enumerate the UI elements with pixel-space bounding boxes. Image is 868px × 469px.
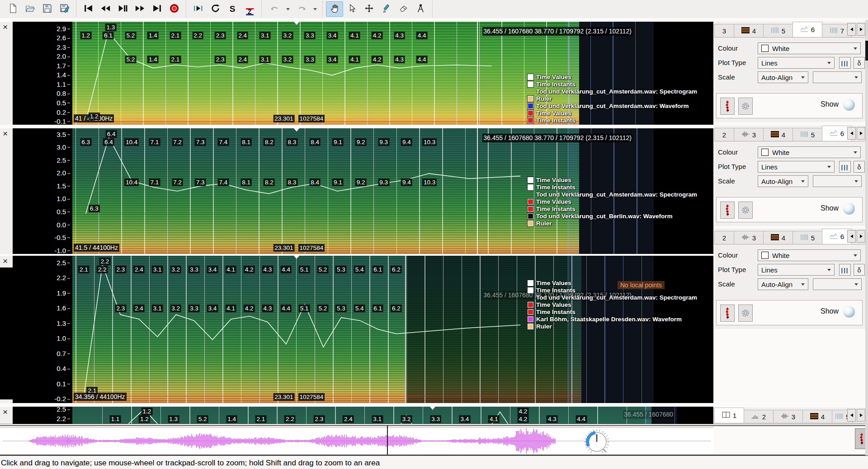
skip-end-button[interactable] xyxy=(148,1,165,17)
time-value-label: 5.2 xyxy=(317,266,328,273)
tab-scroll-right-button[interactable] xyxy=(857,127,865,140)
tab-scroll-right-button[interactable] xyxy=(857,409,865,422)
tab-label: 3 xyxy=(792,413,795,421)
tab-layer-4[interactable]: 4 xyxy=(763,231,793,244)
fast-forward-button[interactable] xyxy=(131,1,148,17)
legend-label: Time Instants xyxy=(536,81,576,88)
tab-layer-5[interactable]: 5 xyxy=(793,128,822,141)
loop-button[interactable] xyxy=(207,1,224,17)
undo-button-dropdown[interactable] xyxy=(283,1,291,17)
erase-tool-button[interactable] xyxy=(395,1,412,17)
playback-settings-button[interactable] xyxy=(738,202,753,219)
plot-type-select[interactable]: Lines xyxy=(758,161,835,173)
playback-settings-button[interactable] xyxy=(738,98,753,115)
colour-select[interactable]: White xyxy=(758,42,861,54)
playback-speed-knob[interactable] xyxy=(582,427,611,455)
show-toggle-led[interactable] xyxy=(843,306,855,318)
open-button[interactable] xyxy=(21,1,38,17)
tab-scroll-left-button[interactable] xyxy=(847,23,856,36)
tab-layer-4[interactable]: 4 xyxy=(734,24,764,37)
vertical-scrollbar[interactable] xyxy=(865,20,868,455)
tab-layer-2[interactable]: 2 xyxy=(714,128,734,141)
plot-type-select[interactable]: Lines xyxy=(758,57,835,69)
tab-layer-3[interactable]: 3 xyxy=(714,24,734,37)
pane-2[interactable]: ×3.53.02.52.01.51.00.50.0-0.5-1.06.36.41… xyxy=(0,127,713,254)
close-pane-button[interactable]: × xyxy=(3,408,8,417)
tab-scroll-left-button[interactable] xyxy=(847,409,856,422)
redo-button[interactable] xyxy=(293,1,310,17)
playback-dial-button[interactable] xyxy=(720,202,735,219)
playback-settings-button[interactable] xyxy=(738,305,753,322)
redo-button-dropdown[interactable] xyxy=(310,1,318,17)
peak-time-label: 2.2 xyxy=(99,258,110,265)
scale-units-select[interactable] xyxy=(813,175,862,187)
align-button[interactable]: Z xyxy=(241,1,258,17)
legend-label: Ruler xyxy=(536,95,552,102)
tab-layer-4[interactable]: 4 xyxy=(763,128,793,141)
tab-layer-6[interactable]: 6 xyxy=(793,22,822,37)
overview-playhead[interactable] xyxy=(387,425,388,456)
scale-select[interactable]: Auto-Align xyxy=(758,71,808,83)
tab-layer-2[interactable]: 2 xyxy=(714,231,734,244)
tab-layer-3[interactable]: 3 xyxy=(773,410,803,423)
segmentation-button[interactable]: ||| xyxy=(839,57,851,69)
scale-units-select[interactable] xyxy=(813,278,862,290)
close-pane-button[interactable]: × xyxy=(3,129,8,138)
scale-select[interactable]: Auto-Align xyxy=(758,278,808,290)
scrollbar-thumb[interactable] xyxy=(865,41,868,61)
show-toggle-led[interactable] xyxy=(843,99,855,111)
tab-scroll-right-button[interactable] xyxy=(857,23,865,36)
close-pane-button[interactable]: × xyxy=(3,257,8,266)
edit-tool-button[interactable] xyxy=(360,1,377,17)
pane-3[interactable]: ×2.52.21.91.61.31.00.70.40.1-0.22.12.22.… xyxy=(0,255,713,403)
draw-tool-button[interactable] xyxy=(377,1,395,17)
pane-4[interactable]: ×2.52.21.11.21.35.21.42.12.22.32.43.13.2… xyxy=(0,406,713,424)
pane-data-area[interactable]: 1.11.21.35.21.42.12.22.32.43.13.23.33.44… xyxy=(72,407,712,424)
delta-button[interactable]: δ xyxy=(854,161,865,173)
new-session-button[interactable] xyxy=(4,1,21,17)
navigate-tool-button[interactable] xyxy=(326,1,343,17)
undo-button[interactable] xyxy=(266,1,283,17)
splitter-line[interactable] xyxy=(0,425,868,426)
close-pane-button[interactable]: × xyxy=(3,23,8,32)
save-button[interactable] xyxy=(38,1,56,17)
delta-button[interactable]: δ xyxy=(854,264,865,276)
record-button[interactable] xyxy=(165,1,183,17)
tab-scroll-left-button[interactable] xyxy=(847,127,856,140)
colour-select[interactable]: White xyxy=(758,146,861,158)
tab-layer-3[interactable]: 3 xyxy=(734,128,764,141)
select-tool-button[interactable] xyxy=(343,1,360,17)
playback-dial-button[interactable] xyxy=(720,305,735,322)
pane-data-area[interactable]: 6.36.410.47.17.27.37.48.18.28.38.49.19.2… xyxy=(72,128,712,254)
plot-type-select[interactable]: Lines xyxy=(758,264,835,276)
scale-units-select[interactable] xyxy=(813,71,862,83)
tab-layer-5[interactable]: 5 xyxy=(763,24,793,37)
measure-tool-button[interactable] xyxy=(412,1,429,17)
tab-layer-5[interactable]: 5 xyxy=(793,231,822,244)
rewind-start-button[interactable] xyxy=(80,1,97,17)
colour-select[interactable]: White xyxy=(758,249,861,261)
pane-data-area[interactable]: 1.26.15.21.42.12.22.32.43.13.23.33.44.14… xyxy=(72,22,712,125)
pane-1[interactable]: ×2.92.62.32.01.71.41.10.80.50.2-0.11.26.… xyxy=(0,21,713,125)
splitter-line[interactable] xyxy=(0,424,868,424)
save-as-button[interactable] xyxy=(56,1,73,17)
scale-select[interactable]: Auto-Align xyxy=(758,175,808,187)
segmentation-button[interactable]: ||| xyxy=(839,264,851,276)
tab-layer-2[interactable]: 2 xyxy=(744,410,774,423)
tab-layer-1[interactable]: 1 xyxy=(714,408,744,423)
solo-button[interactable]: S xyxy=(224,1,241,17)
tab-scroll-right-button[interactable] xyxy=(857,230,865,243)
rewind-button[interactable] xyxy=(97,1,114,17)
pane-data-area[interactable]: 2.12.22.32.43.13.23.33.44.14.24.34.45.15… xyxy=(72,256,712,403)
show-toggle-led[interactable] xyxy=(843,203,855,215)
play-pause-button[interactable] xyxy=(114,1,131,17)
playback-dial-button[interactable] xyxy=(720,98,735,115)
legend-swatch xyxy=(528,213,533,219)
tab-layer-3[interactable]: 3 xyxy=(734,231,764,244)
tab-scroll-left-button[interactable] xyxy=(847,230,856,243)
play-selection-button[interactable] xyxy=(189,1,207,17)
tab-layer-4[interactable]: 4 xyxy=(802,410,832,423)
delta-button[interactable]: δ xyxy=(854,57,865,69)
segmentation-button[interactable]: ||| xyxy=(839,161,851,173)
splitter-line[interactable] xyxy=(0,455,868,456)
